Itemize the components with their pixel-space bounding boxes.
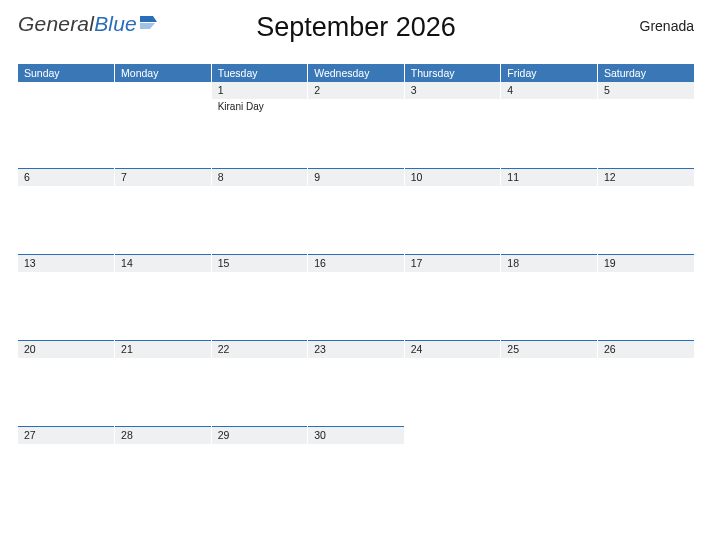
day-number: 3 bbox=[405, 82, 501, 99]
calendar-day: 28 bbox=[115, 426, 212, 512]
calendar-day: 23 bbox=[308, 340, 405, 426]
day-number: 9 bbox=[308, 168, 404, 186]
calendar-day: 27 bbox=[18, 426, 115, 512]
day-number: 24 bbox=[405, 340, 501, 358]
logo: General Blue bbox=[18, 12, 161, 36]
day-header: Monday bbox=[115, 64, 212, 82]
calendar-week: 13141516171819 bbox=[18, 254, 694, 340]
calendar-day: 26 bbox=[597, 340, 694, 426]
calendar-day: 10 bbox=[404, 168, 501, 254]
calendar-day: 6 bbox=[18, 168, 115, 254]
day-number: 2 bbox=[308, 82, 404, 99]
day-number bbox=[405, 426, 501, 433]
calendar-day: 1Kirani Day bbox=[211, 82, 308, 168]
day-number: 16 bbox=[308, 254, 404, 272]
day-number: 6 bbox=[18, 168, 114, 186]
calendar-day bbox=[501, 426, 598, 512]
day-number: 17 bbox=[405, 254, 501, 272]
day-number: 1 bbox=[212, 82, 308, 99]
calendar-day: 22 bbox=[211, 340, 308, 426]
calendar-week: 1Kirani Day2345 bbox=[18, 82, 694, 168]
day-number bbox=[115, 82, 211, 88]
day-number bbox=[501, 426, 597, 433]
day-header: Saturday bbox=[597, 64, 694, 82]
day-number: 20 bbox=[18, 340, 114, 358]
day-number: 7 bbox=[115, 168, 211, 186]
day-number: 5 bbox=[598, 82, 694, 99]
calendar-day: 9 bbox=[308, 168, 405, 254]
calendar-day: 12 bbox=[597, 168, 694, 254]
calendar-day: 20 bbox=[18, 340, 115, 426]
day-number: 4 bbox=[501, 82, 597, 99]
calendar-day: 19 bbox=[597, 254, 694, 340]
day-number: 10 bbox=[405, 168, 501, 186]
calendar-day: 25 bbox=[501, 340, 598, 426]
page-title: September 2026 bbox=[256, 12, 456, 43]
calendar-day: 30 bbox=[308, 426, 405, 512]
calendar-week: 27282930 bbox=[18, 426, 694, 512]
day-header: Thursday bbox=[404, 64, 501, 82]
calendar-day: 7 bbox=[115, 168, 212, 254]
day-header: Wednesday bbox=[308, 64, 405, 82]
calendar: Sunday Monday Tuesday Wednesday Thursday… bbox=[18, 64, 694, 512]
region-label: Grenada bbox=[640, 18, 694, 34]
day-number: 28 bbox=[115, 426, 211, 444]
logo-part1: General bbox=[18, 12, 94, 36]
calendar-day bbox=[404, 426, 501, 512]
calendar-day bbox=[597, 426, 694, 512]
calendar-day: 18 bbox=[501, 254, 598, 340]
calendar-body: 1Kirani Day23456789101112131415161718192… bbox=[18, 82, 694, 512]
day-header: Sunday bbox=[18, 64, 115, 82]
day-number: 11 bbox=[501, 168, 597, 186]
day-number: 27 bbox=[18, 426, 114, 444]
day-number: 23 bbox=[308, 340, 404, 358]
day-header: Friday bbox=[501, 64, 598, 82]
calendar-day: 16 bbox=[308, 254, 405, 340]
logo-wave-icon bbox=[139, 14, 161, 30]
calendar-day bbox=[115, 82, 212, 168]
day-number: 21 bbox=[115, 340, 211, 358]
calendar-day: 15 bbox=[211, 254, 308, 340]
day-header: Tuesday bbox=[211, 64, 308, 82]
day-number: 14 bbox=[115, 254, 211, 272]
day-number: 30 bbox=[308, 426, 404, 444]
calendar-day: 5 bbox=[597, 82, 694, 168]
day-number: 18 bbox=[501, 254, 597, 272]
header: General Blue September 2026 Grenada bbox=[18, 12, 694, 58]
calendar-week: 20212223242526 bbox=[18, 340, 694, 426]
day-event: Kirani Day bbox=[212, 99, 308, 114]
calendar-day: 21 bbox=[115, 340, 212, 426]
day-number bbox=[598, 426, 694, 433]
calendar-day: 24 bbox=[404, 340, 501, 426]
logo-part2: Blue bbox=[94, 12, 137, 36]
calendar-week: 6789101112 bbox=[18, 168, 694, 254]
calendar-day: 14 bbox=[115, 254, 212, 340]
day-number: 29 bbox=[212, 426, 308, 444]
day-number: 15 bbox=[212, 254, 308, 272]
day-number: 25 bbox=[501, 340, 597, 358]
calendar-day: 4 bbox=[501, 82, 598, 168]
calendar-day: 11 bbox=[501, 168, 598, 254]
calendar-day: 17 bbox=[404, 254, 501, 340]
day-header-row: Sunday Monday Tuesday Wednesday Thursday… bbox=[18, 64, 694, 82]
day-number: 13 bbox=[18, 254, 114, 272]
day-number: 19 bbox=[598, 254, 694, 272]
calendar-day: 2 bbox=[308, 82, 405, 168]
day-number: 12 bbox=[598, 168, 694, 186]
day-number: 22 bbox=[212, 340, 308, 358]
calendar-day: 29 bbox=[211, 426, 308, 512]
day-number bbox=[18, 82, 114, 88]
calendar-day: 3 bbox=[404, 82, 501, 168]
calendar-day: 13 bbox=[18, 254, 115, 340]
day-number: 26 bbox=[598, 340, 694, 358]
calendar-day: 8 bbox=[211, 168, 308, 254]
day-number: 8 bbox=[212, 168, 308, 186]
calendar-day bbox=[18, 82, 115, 168]
